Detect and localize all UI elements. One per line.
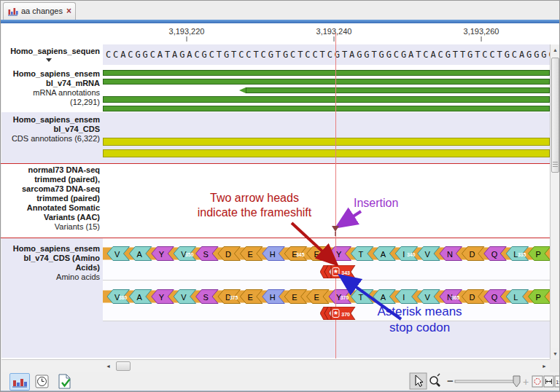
amino-acid-letter: D xyxy=(469,293,475,302)
amino-acid-letter: S xyxy=(203,293,209,302)
document-check-icon xyxy=(57,374,73,390)
tab-title: aa changes xyxy=(21,3,63,20)
stop-codon-marker[interactable]: *343 xyxy=(320,265,357,278)
dna-sequence-text: CCACGGCATAGACGCTGTCCTCGTGCTCCTCGTAGGTGGC… xyxy=(106,50,550,61)
track-name-line: normal73 DNA-seq xyxy=(2,165,100,175)
cds-track-label[interactable]: Homo_sapiens_ensem bl_v74_CDS CDS annota… xyxy=(2,115,100,144)
amino-acid-letter: S xyxy=(203,250,209,259)
scroll-down-button[interactable]: ▼ xyxy=(551,348,560,359)
scroll-up-button[interactable]: ▲ xyxy=(551,44,560,55)
note-line: Two arrow heads xyxy=(167,191,342,205)
history-view-button[interactable] xyxy=(35,375,50,392)
amino-acid-letter: V xyxy=(181,293,187,302)
scroll-right-button[interactable]: ► xyxy=(539,361,550,372)
fit-width-button[interactable] xyxy=(544,376,553,387)
magnifier-icon xyxy=(430,377,438,384)
amino-acid-letter: A xyxy=(136,250,142,259)
amino-acid-letter: Q xyxy=(491,293,498,302)
zoom-slider-thumb[interactable] xyxy=(513,376,520,387)
stop-codon-note: Asterisk means stop codon xyxy=(352,304,487,336)
zoom-tool-button[interactable] xyxy=(430,374,440,386)
zoom-out-button[interactable]: − xyxy=(447,375,454,387)
amino-acid-letter: L xyxy=(513,293,518,302)
genome-browser-window: 3,193,2203,193,2403,193,260 Homo_sapiens… xyxy=(0,0,560,392)
amino-acid-letter: Y xyxy=(159,293,165,302)
insertion-note: Insertion xyxy=(354,196,398,211)
residue-number: 340 xyxy=(407,252,416,257)
track-name-line: bl_v74_CDS (Amino xyxy=(2,254,100,263)
cds-bar[interactable] xyxy=(103,149,550,157)
pointer-tool-button[interactable] xyxy=(410,373,427,389)
mrna-bar[interactable] xyxy=(246,87,550,93)
horizontal-scrollbar[interactable]: ◄ ► xyxy=(1,359,560,372)
status-bar: − + 1:1 xyxy=(1,372,560,391)
vertical-scrollbar-thumb[interactable] xyxy=(551,58,559,173)
amino-acid-row[interactable]: VAYV350SDEHE345EYTAI340VNDQL335P xyxy=(103,246,550,261)
mrna-track-label[interactable]: Homo_sapiens_ensem bl_v74_mRNA mRNA anno… xyxy=(2,69,100,107)
element-info-button[interactable] xyxy=(57,374,73,392)
amino-acid-letter: T xyxy=(358,250,363,259)
track-name-line: bl_v74_CDS xyxy=(2,125,100,134)
stop-codon-marker[interactable]: *370 xyxy=(320,307,357,320)
zoom-100-button[interactable]: 1:1 xyxy=(555,376,560,387)
zoom-slider-track[interactable] xyxy=(455,380,518,383)
sequence-track-label[interactable]: Homo_sapiens_sequen xyxy=(2,47,100,56)
horizontal-scrollbar-thumb[interactable] xyxy=(116,361,131,371)
amino-acid-letter: E xyxy=(292,293,297,302)
mrna-bar[interactable] xyxy=(103,96,550,103)
tab-aa-changes[interactable]: aa changes × xyxy=(3,2,76,20)
track-name: Homo_sapiens_sequen xyxy=(2,47,100,56)
track-info-line: Amino acids xyxy=(2,273,100,282)
track-name-line: sarcoma73 DNA-seq xyxy=(2,184,100,194)
amino-acid-letter: A xyxy=(136,293,142,302)
track-name-line: Variants (AAC) xyxy=(2,213,100,222)
amino-acid-letter: A xyxy=(381,250,386,259)
amino-acid-letter: A xyxy=(381,293,386,302)
active-view-indicator xyxy=(1,20,559,23)
scrollbar-corner xyxy=(550,359,560,372)
track-name-line: Homo_sapiens_ensem xyxy=(2,244,100,254)
mrna-bar[interactable] xyxy=(103,106,550,111)
mrna-bar[interactable] xyxy=(103,70,550,76)
amino-acid-letter: P xyxy=(536,293,541,302)
track-name-line: Acids) xyxy=(2,263,100,273)
amino-track-label[interactable]: Homo_sapiens_ensem bl_v74_CDS (Amino Aci… xyxy=(2,244,100,282)
residue-number: 365 xyxy=(451,295,460,300)
svg-text:1:1: 1:1 xyxy=(556,380,560,385)
note-line: Insertion xyxy=(354,196,398,211)
zoom-in-button[interactable]: + xyxy=(523,376,529,388)
mrna-bar-point xyxy=(239,87,246,93)
frameshift-note: Two arrow heads indicate the frameshift xyxy=(167,191,342,220)
track-name-line: Homo_sapiens_ensem xyxy=(2,115,100,125)
amino-acid-letter: I xyxy=(402,293,405,302)
clock-icon xyxy=(35,375,50,389)
mrna-bar[interactable] xyxy=(103,79,550,85)
subtrack-separator xyxy=(103,280,550,281)
graphical-view-button[interactable] xyxy=(9,373,30,391)
stop-residue-number: 343 xyxy=(341,270,350,275)
vertical-scrollbar[interactable]: ▲ ▼ xyxy=(550,44,560,359)
tab-close-icon[interactable]: × xyxy=(66,3,71,20)
track-name-line: bl_v74_mRNA xyxy=(2,79,100,88)
zoom-to-selection-button[interactable] xyxy=(532,376,542,387)
amino-acid-letter: Y xyxy=(159,250,165,259)
sequence-dropdown-icon[interactable] xyxy=(46,58,52,62)
cds-bar[interactable] xyxy=(103,138,550,146)
ruler-tick: 3,193,240 xyxy=(316,27,352,42)
note-line: stop codon xyxy=(352,320,487,336)
variant-track-label[interactable]: normal73 DNA-seq trimmed (paired), sarco… xyxy=(2,165,100,232)
amino-acid-letter: P xyxy=(536,250,541,259)
amino-acid-letter: E xyxy=(247,250,252,259)
residue-number: 375 xyxy=(230,295,238,300)
amino-acid-letter: E xyxy=(314,293,319,302)
amino-acid-letter: V xyxy=(425,250,431,259)
amino-acid-letter: Q xyxy=(491,250,498,259)
track-info-line: (12,291) xyxy=(2,98,100,107)
scroll-left-button[interactable]: ◄ xyxy=(103,361,114,372)
track-selection-line xyxy=(1,163,550,164)
amino-acid-letter: D xyxy=(225,250,231,259)
track-name-line: trimmed (paired) xyxy=(2,194,100,203)
amino-acid-row[interactable]: V380AYVSD375EHEEY370TAIVN365DQLP xyxy=(103,289,550,304)
residue-number: 350 xyxy=(185,252,194,257)
amino-acid-letter: E xyxy=(314,250,319,259)
